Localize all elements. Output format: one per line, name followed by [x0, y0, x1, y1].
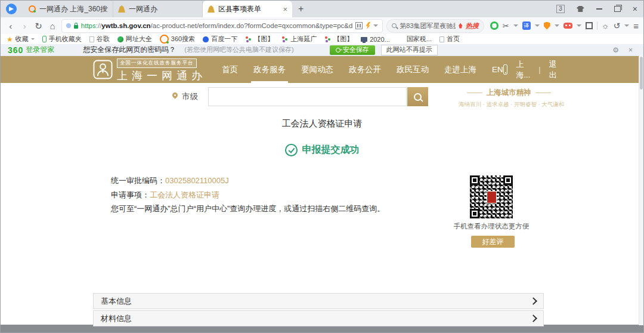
bookmark-item[interactable]: 360搜索 — [160, 35, 195, 44]
bookmark-favicon — [398, 36, 404, 42]
accordion-label: 材料信息 — [101, 313, 132, 324]
password-save-note: (若您使用网吧等公共电脑不建议保存) — [184, 45, 293, 54]
forward-icon[interactable]: › — [19, 21, 29, 30]
chevron-right-icon[interactable] — [530, 297, 537, 305]
bookmark-item[interactable]: 手机收藏夹 — [42, 35, 82, 44]
history-dropdown-icon[interactable] — [624, 24, 629, 27]
field-value[interactable]: 03025802110005J — [165, 176, 229, 185]
review-button[interactable]: 好差评 — [471, 236, 515, 248]
submission-info: 统一审批编码：03025802110005J 申请事项：工会法人资格证申请 您可… — [111, 174, 385, 216]
translate-icon[interactable]: 译 — [522, 21, 531, 30]
save-password-button[interactable]: 安全保存 — [330, 45, 375, 55]
360-assistant-icon[interactable] — [490, 21, 499, 30]
bookmark-item[interactable]: 上海延广 — [281, 35, 317, 44]
minimize-icon[interactable] — [596, 8, 602, 10]
scrollbar-thumb[interactable] — [640, 57, 643, 90]
security-shield-icon[interactable] — [544, 22, 550, 30]
site-brand: 全国一体化在线政务服务平台 上海一网通办 — [117, 56, 206, 83]
tab-strip: 一网通办 上海_360搜索 × 一网通办 × 区县事项表单 × — [24, 1, 292, 17]
theme-skin-icon[interactable] — [577, 6, 584, 12]
screenshot-scissors-icon[interactable]: ✂ — [503, 22, 509, 30]
mobile-app-icon[interactable] — [503, 64, 508, 75]
city-spirit-slogan: 上海城市精神 海纳百川 · 追求卓越 · 开明睿智 · 大气谦和 — [459, 88, 559, 109]
user-name[interactable]: 上海... — [516, 59, 530, 81]
bookmark-item[interactable]: 首页 — [439, 35, 460, 44]
close-window-icon[interactable]: × — [633, 5, 637, 13]
accordion-section[interactable]: 基本信息 — [93, 293, 544, 309]
reload-icon[interactable]: ↻ — [33, 21, 44, 30]
browser-logo-icon[interactable] — [6, 4, 17, 14]
nav-item[interactable]: 政务公开 — [349, 56, 381, 83]
bookmark-favicon — [439, 36, 444, 42]
nav-item[interactable]: 首页 — [222, 56, 238, 83]
site-logo[interactable]: 全国一体化在线政务服务平台 上海一网通办 — [93, 56, 206, 83]
service-search-button[interactable] — [407, 87, 428, 106]
tab-count-badge[interactable]: 3 — [556, 5, 565, 13]
new-tab-button[interactable]: + — [298, 4, 304, 14]
bookmark-label: 首页 — [447, 35, 460, 44]
nav-item[interactable]: 政民互动 — [397, 56, 429, 83]
bookmark-item[interactable]: 网址大全 — [117, 35, 152, 44]
home-icon[interactable]: ⌂ — [47, 21, 57, 30]
success-check-icon — [285, 144, 298, 156]
game-center-icon[interactable] — [564, 23, 572, 29]
qr-finder — [470, 209, 479, 218]
location-pin-icon — [171, 91, 179, 99]
nav-item[interactable]: EN — [492, 56, 503, 83]
accordion-section[interactable]: 材料信息 — [93, 310, 544, 326]
browser-tab[interactable]: 一网通办 上海_360搜索 × — [24, 1, 113, 17]
service-search-input[interactable] — [208, 87, 407, 106]
site-info-icon[interactable] — [66, 23, 71, 28]
bookmark-item[interactable]: 【图】 — [245, 35, 274, 44]
site-header: 全国一体化在线政务服务平台 上海一网通办 首页 政务服务 要闻动态 政务公开 政… — [1, 56, 643, 83]
apps-grid-icon[interactable] — [586, 22, 593, 29]
browser-tab[interactable]: 一网通办 × — [113, 1, 203, 17]
site-logo-icon — [93, 60, 113, 79]
bookmark-item[interactable]: 百度一下 — [203, 35, 237, 44]
bookmark-item[interactable]: 【图】 — [324, 35, 353, 44]
dismiss-site-button[interactable]: 此网站不再提示 — [381, 45, 438, 56]
security-dropdown-icon[interactable] — [555, 24, 559, 27]
menu-icon[interactable]: ≡ — [633, 21, 639, 30]
speed-mode-icon[interactable] — [366, 22, 370, 29]
browser-search-box[interactable]: 第83集团军星夜驰援 热搜 — [386, 19, 484, 33]
history-undo-icon[interactable]: ↺ — [614, 21, 621, 30]
hot-search-query[interactable]: 第83集团军星夜驰援 — [400, 21, 455, 30]
back-icon[interactable]: ‹ — [5, 21, 16, 30]
translate-dropdown-icon[interactable] — [535, 24, 540, 27]
ssl-lock-icon[interactable] — [74, 25, 78, 29]
page-qrcode-icon[interactable] — [355, 22, 363, 29]
bookmark-label: 【图】 — [254, 35, 274, 44]
field-row: 申请事项：工会法人资格证申请 — [111, 188, 385, 202]
bookmark-item[interactable]: 国家税... — [398, 35, 432, 44]
tab-close-icon[interactable]: × — [283, 5, 287, 13]
chevron-right-icon[interactable] — [530, 314, 537, 322]
bookmark-favicon — [89, 36, 94, 42]
nav-item[interactable]: 政务服务 — [253, 56, 286, 83]
nav-item[interactable]: 走进上海 — [444, 56, 476, 83]
level-label[interactable]: 市级 — [182, 91, 198, 102]
theme-sun-icon[interactable]: ☼ — [602, 21, 609, 30]
bookmark-item[interactable]: 2020... — [361, 36, 390, 43]
field-value[interactable]: 工会法人资格证申请 — [150, 190, 219, 199]
restore-icon[interactable] — [614, 6, 621, 12]
mode-dropdown-icon[interactable] — [373, 24, 378, 27]
flame-icon — [459, 23, 463, 29]
header-user-area: 上海... | 退出 — [503, 59, 644, 81]
service-search-row: 市级 上海城市精神 海纳百川 · 追求卓越 · 开明睿智 · 大气谦和 — [1, 83, 643, 110]
favorites-button[interactable]: ★ 收藏 — [7, 35, 35, 44]
favorites-dropdown-icon[interactable] — [31, 38, 35, 40]
logout-link[interactable]: 退出 — [549, 59, 559, 81]
bookmark-item[interactable]: 谷歌 — [89, 35, 110, 44]
browser-tab[interactable]: 区县事项表单 × — [203, 1, 292, 17]
game-dropdown-icon[interactable] — [577, 24, 581, 27]
bookmark-label: 网址大全 — [126, 35, 152, 44]
url-separator: :// — [96, 22, 102, 29]
gear-icon[interactable]: ⚙ — [612, 46, 619, 54]
close-bar-icon[interactable]: × — [628, 46, 633, 54]
page-scrollbar[interactable] — [639, 55, 643, 325]
hot-search-label[interactable]: 热搜 — [466, 21, 479, 30]
address-bar[interactable]: https://ywtb.sh.gov.cn/ac-product-net/ef… — [61, 19, 383, 33]
nav-item[interactable]: 要闻动态 — [301, 56, 333, 83]
screenshot-dropdown-icon[interactable] — [513, 24, 518, 27]
